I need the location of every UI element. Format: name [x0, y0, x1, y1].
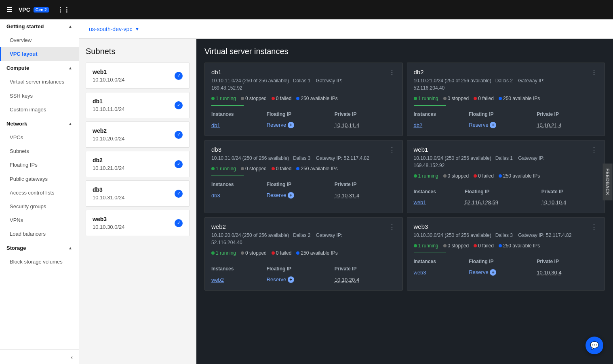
- vsi-card-meta-db2: db2 10.10.21.0/24 (250 of 256 available)…: [414, 69, 545, 92]
- sidebar-item-block-storage-volumes[interactable]: Block storage volumes: [0, 255, 79, 269]
- col-instances: Instances: [211, 264, 267, 275]
- sidebar-item-vpcs[interactable]: VPCs: [0, 131, 79, 144]
- subnet-cidr: 10.10.31.0/24: [93, 195, 125, 201]
- vsi-card-header-web3: web3 10.10.30.0/24 (250 of 256 available…: [414, 223, 598, 239]
- vsi-card-meta-db1: db1 10.10.11.0/24 (250 of 256 available)…: [211, 69, 342, 92]
- instance-link-db2[interactable]: db2: [414, 120, 469, 130]
- status-divider-db1: [211, 105, 244, 106]
- vsi-status-web2: 1 running 0 stopped 0 failed 250 availab…: [211, 250, 396, 256]
- status-divider-web2: [211, 260, 244, 260]
- sidebar-section-header-network[interactable]: Network ▲: [0, 117, 79, 131]
- col-instances: Instances: [414, 187, 465, 198]
- status-running-db1: 1 running: [211, 96, 236, 101]
- sidebar-item-access-control-lists[interactable]: Access control lists: [0, 186, 79, 200]
- subnet-cidr: 10.10.11.0/24: [93, 106, 125, 112]
- sidebar-section-network: Network ▲ VPCs Subnets Floating IPs Publ…: [0, 117, 79, 241]
- more-options-icon-db2[interactable]: ⋮: [590, 69, 598, 76]
- subnet-name: db3: [93, 186, 125, 193]
- col-private-ip: Private IP: [335, 180, 396, 190]
- status-failed-db1: 0 failed: [272, 96, 292, 101]
- status-running-web1: 1 running: [414, 173, 438, 179]
- getting-started-label: Getting started: [6, 23, 44, 29]
- vsi-table-web2: Instances Floating IP Private IP web2 Re…: [211, 264, 396, 285]
- subnet-card-web3[interactable]: web3 10.10.30.0/24 ✓: [86, 210, 190, 236]
- vpc-selector[interactable]: us-south-dev-vpc ▼: [89, 26, 139, 32]
- floating-ip-web2[interactable]: Reserve +: [267, 275, 335, 285]
- more-options-icon-web3[interactable]: ⋮: [590, 223, 598, 231]
- nav-menu-icon[interactable]: ☰: [6, 6, 12, 14]
- subnet-name: web3: [93, 216, 125, 222]
- sidebar-item-ssh-keys[interactable]: SSH keys: [0, 89, 79, 103]
- sidebar-section-storage: Storage ▲ Block storage volumes: [0, 241, 79, 269]
- subnet-card-db1[interactable]: db1 10.10.11.0/24 ✓: [86, 92, 190, 118]
- floating-ip-db1[interactable]: Reserve +: [267, 120, 335, 130]
- vsi-card-web1: web1 10.10.10.0/24 (250 of 256 available…: [407, 140, 605, 213]
- sidebar-item-virtual-server-instances[interactable]: Virtual server instances: [0, 75, 79, 89]
- subnet-cidr: 10.10.10.0/24: [93, 77, 125, 83]
- instance-link-db3[interactable]: db3: [211, 190, 267, 200]
- sidebar-item-vpc-layout[interactable]: VPC layout: [0, 47, 79, 61]
- vsi-meta-db1: 10.10.11.0/24 (250 of 256 available) Dal…: [211, 77, 342, 92]
- vsi-panel: Virtual server instances db1 10.10.11.0/…: [196, 39, 613, 364]
- sidebar-section-header-storage[interactable]: Storage ▲: [0, 241, 79, 255]
- floating-ip-db3[interactable]: Reserve +: [267, 190, 335, 200]
- vsi-table-db3: Instances Floating IP Private IP db3 Res…: [211, 180, 396, 200]
- sub-header: us-south-dev-vpc ▼: [79, 19, 613, 39]
- more-options-icon-web1[interactable]: ⋮: [590, 146, 598, 154]
- vsi-card-header-db2: db2 10.10.21.0/24 (250 of 256 available)…: [414, 69, 598, 92]
- floating-ip-web3[interactable]: Reserve +: [469, 268, 537, 277]
- instance-link-web3[interactable]: web3: [414, 268, 469, 277]
- subnet-card-web1[interactable]: web1 10.10.10.0/24 ✓: [86, 63, 190, 89]
- subnet-name: db2: [93, 157, 125, 163]
- sidebar-section-getting-started: Getting started ▲ Overview VPC layout: [0, 19, 79, 61]
- storage-label: Storage: [6, 245, 26, 251]
- sidebar-item-load-balancers[interactable]: Load balancers: [0, 227, 79, 241]
- sidebar-section-header-compute[interactable]: Compute ▲: [0, 61, 79, 75]
- private-ip-web1: 10.10.10.4: [541, 198, 598, 207]
- sidebar-item-security-groups[interactable]: Security groups: [0, 200, 79, 213]
- gen2-badge: Gen 2: [34, 7, 49, 13]
- more-options-icon-web2[interactable]: ⋮: [388, 223, 396, 231]
- table-row: web1 52.116.128.59 10.10.10.4: [414, 198, 598, 207]
- more-options-icon-db3[interactable]: ⋮: [388, 146, 396, 154]
- app-logo: ☰ VPC Gen 2 ⋮⋮: [6, 6, 70, 14]
- apps-icon[interactable]: ⋮⋮: [57, 6, 70, 14]
- vsi-card-db1: db1 10.10.11.0/24 (250 of 256 available)…: [204, 63, 403, 136]
- subnets-title: Subnets: [86, 47, 190, 56]
- instance-link-web1[interactable]: web1: [414, 198, 465, 207]
- status-available-db1: 250 available IPs: [296, 96, 337, 101]
- instance-link-web2[interactable]: web2: [211, 275, 267, 285]
- status-running-web2: 1 running: [211, 250, 236, 256]
- col-private-ip: Private IP: [537, 257, 598, 268]
- sidebar-collapse-button[interactable]: ‹: [0, 349, 79, 364]
- status-divider-web1: [414, 183, 446, 183]
- help-button[interactable]: 💬: [586, 337, 603, 354]
- vsi-table-db2: Instances Floating IP Private IP db2 Res…: [414, 110, 598, 130]
- status-divider-db2: [414, 105, 446, 106]
- subnet-check-db2: ✓: [175, 160, 183, 168]
- subnet-card-web2[interactable]: web2 10.10.20.0/24 ✓: [86, 121, 190, 148]
- status-divider-web3: [414, 253, 446, 253]
- sidebar: Getting started ▲ Overview VPC layout Co…: [0, 19, 79, 364]
- instance-link-db1[interactable]: db1: [211, 120, 267, 130]
- sidebar-section-header-getting-started[interactable]: Getting started ▲: [0, 19, 79, 33]
- sidebar-item-public-gateways[interactable]: Public gateways: [0, 172, 79, 186]
- feedback-tab[interactable]: FEEDBACK: [602, 163, 612, 200]
- topbar: ☰ VPC Gen 2 ⋮⋮: [0, 0, 613, 19]
- more-options-icon-db1[interactable]: ⋮: [388, 69, 396, 76]
- status-stopped-web2: 0 stopped: [241, 250, 267, 256]
- vsi-status-db2: 1 running 0 stopped 0 failed 250 availab…: [414, 96, 598, 101]
- sidebar-item-overview[interactable]: Overview: [0, 33, 79, 47]
- chevron-up-icon-storage: ▲: [68, 246, 72, 250]
- subnet-card-db2[interactable]: db2 10.10.21.0/24 ✓: [86, 151, 190, 177]
- sidebar-item-subnets[interactable]: Subnets: [0, 144, 79, 158]
- vsi-card-header-db3: db3 10.10.31.0/24 (250 of 256 available)…: [211, 146, 396, 162]
- sidebar-item-vpns[interactable]: VPNs: [0, 213, 79, 227]
- subnet-card-db3[interactable]: db3 10.10.31.0/24 ✓: [86, 180, 190, 207]
- subnet-check-web1: ✓: [175, 72, 183, 80]
- sidebar-item-custom-images[interactable]: Custom images: [0, 103, 79, 117]
- vsi-status-db3: 1 running 0 stopped 0 failed 250 availab…: [211, 166, 396, 172]
- sidebar-item-floating-ips[interactable]: Floating IPs: [0, 158, 79, 172]
- floating-ip-db2[interactable]: Reserve +: [469, 120, 537, 130]
- vsi-grid: db1 10.10.11.0/24 (250 of 256 available)…: [204, 63, 605, 291]
